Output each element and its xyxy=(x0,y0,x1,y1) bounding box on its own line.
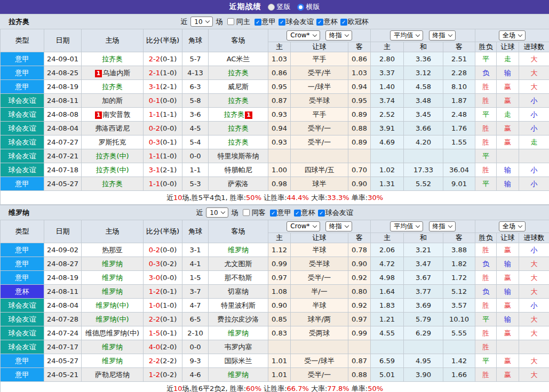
title-bar: 近期战绩 竖版 横版 xyxy=(0,0,549,14)
scope-group-header: 全场 xyxy=(475,220,549,233)
away-team-name[interactable]: 特里波利斯 xyxy=(221,301,256,309)
away-team-name[interactable]: 切塞纳 xyxy=(228,287,249,295)
away-team-name[interactable]: 拉齐奥 xyxy=(228,97,249,105)
home-team-name[interactable]: 罗斯托克 xyxy=(99,138,126,146)
odds-final-select[interactable]: 终指 xyxy=(325,221,352,231)
match-type-badge: 意甲 xyxy=(1,177,44,191)
league-checkbox-1-2[interactable]: ✓ xyxy=(318,210,325,217)
result-outcome: 胜 xyxy=(475,135,497,149)
matches-table-lazio: 类型 日期 主场 比分(半场) 角球 客场 Crow* 终指 平均值 终指 全场 xyxy=(0,29,549,205)
league-checkbox-1-1[interactable]: ✓ xyxy=(294,210,301,217)
sub-header-odds-away: 客 xyxy=(348,233,371,243)
home-team-name[interactable]: 南安普敦 xyxy=(102,110,130,118)
odds-company-select[interactable]: Crow* xyxy=(287,30,320,41)
away-team-cell: 拉齐奥 xyxy=(209,122,268,135)
away-team-cell: 那不勒斯 xyxy=(209,271,268,285)
away-team-name[interactable]: 维罗纳 xyxy=(228,371,249,379)
scope-select[interactable]: 全场 xyxy=(499,221,526,231)
home-team-name[interactable]: 维德思维罗纳(中) xyxy=(85,329,139,337)
away-team-name[interactable]: 拉齐奥 xyxy=(228,138,249,146)
scope-value: 全场 xyxy=(503,222,515,231)
score-cell: 2-2(0-1) xyxy=(144,313,182,326)
home-team-name[interactable]: 维罗纳 xyxy=(102,343,123,351)
average-final-select[interactable]: 终指 xyxy=(429,221,456,231)
layout-radio-vertical[interactable]: 竖版 xyxy=(268,2,291,12)
average-final-select[interactable]: 终指 xyxy=(429,30,456,41)
home-team-name[interactable]: 热那亚 xyxy=(102,246,123,254)
home-team-cell: 维罗纳 xyxy=(82,257,144,271)
same-away-checkbox[interactable] xyxy=(243,209,250,216)
corner-score: 4-5 xyxy=(182,122,209,135)
home-team-name[interactable]: 弗洛西诺尼 xyxy=(95,124,130,132)
match-date: 24-08-11 xyxy=(44,94,82,108)
away-team-name[interactable]: 威尼斯 xyxy=(228,83,249,91)
average-select[interactable]: 平均值 xyxy=(390,221,423,231)
home-team-name[interactable]: 维罗纳(中) xyxy=(96,301,129,309)
away-team-name[interactable]: 尤文图斯 xyxy=(225,260,252,268)
away-team-name[interactable]: 拉齐奥 xyxy=(228,69,249,77)
home-team-name[interactable]: 维罗纳 xyxy=(102,287,123,295)
league-checkbox-0-1[interactable]: ✓ xyxy=(279,19,285,26)
home-team-name[interactable]: 拉齐奥(中) xyxy=(96,152,129,160)
home-team-name[interactable]: 拉齐奥(中) xyxy=(96,166,129,174)
scope-select[interactable]: 全场 xyxy=(499,30,526,41)
away-team-name[interactable]: 韦罗内塞 xyxy=(225,343,252,351)
home-team-name[interactable]: 维罗纳(中) xyxy=(96,315,129,323)
away-team-name[interactable]: 维罗纳 xyxy=(228,246,249,254)
home-team-name[interactable]: 拉齐奥 xyxy=(102,83,123,91)
result-handicap xyxy=(497,340,519,354)
away-team-name[interactable]: 拉齐奥 xyxy=(224,110,244,118)
radio-checked-icon[interactable] xyxy=(297,4,304,11)
away-team-name[interactable]: 萨索洛 xyxy=(228,180,249,188)
away-team-name[interactable]: 那不勒斯 xyxy=(225,274,252,282)
score-cell: 1-2(0-1) xyxy=(144,285,182,299)
home-team-name[interactable]: 维罗纳 xyxy=(102,274,123,282)
full-time-score: 1-0 xyxy=(149,301,160,309)
home-team-name[interactable]: 萨勒尼塔纳 xyxy=(95,371,130,379)
away-team-name[interactable]: AC米兰 xyxy=(227,55,250,63)
half-time-score: (0-1) xyxy=(160,315,177,323)
corner-score: 9-3 xyxy=(182,354,209,368)
league-checkbox-0-2[interactable]: ✓ xyxy=(316,19,323,26)
full-time-score: 1-1 xyxy=(149,110,160,118)
home-team-name[interactable]: 加的斯 xyxy=(102,97,123,105)
home-team-name[interactable]: 维罗纳 xyxy=(102,357,123,365)
away-team-name[interactable]: 维罗纳 xyxy=(228,329,249,337)
away-team-name[interactable]: 特腊帕尼 xyxy=(225,166,252,174)
home-team-name[interactable]: 拉齐奥 xyxy=(102,55,123,63)
layout-radio-horizontal[interactable]: 横版 xyxy=(297,2,320,12)
league-checkbox-0-0[interactable]: ✓ xyxy=(254,19,261,26)
match-type-badge: 球会友谊 xyxy=(1,313,44,326)
league-checkbox-0-3[interactable]: ✓ xyxy=(340,19,347,26)
odds-company-select[interactable]: Crow* xyxy=(287,221,320,231)
avg-draw-odds: 5.52 xyxy=(404,177,443,191)
away-team-name[interactable]: 费拉尔皮沙洛 xyxy=(218,315,259,323)
match-date: 24-05-21 xyxy=(44,368,82,382)
home-team-name[interactable]: 拉齐奥 xyxy=(102,180,123,188)
away-team-name[interactable]: 特里埃斯蒂纳 xyxy=(218,152,259,160)
away-team-cell: 拉齐奥 xyxy=(209,135,268,149)
home-team-name[interactable]: 乌迪内斯 xyxy=(102,69,130,77)
away-team-name[interactable]: 国际米兰 xyxy=(225,357,252,365)
match-date: 24-08-25 xyxy=(44,66,82,80)
avg-draw-odds: 17.33 xyxy=(404,163,443,177)
home-team-name[interactable]: 维罗纳 xyxy=(102,260,123,268)
average-select[interactable]: 平均值 xyxy=(390,30,423,41)
radio-unchecked-icon[interactable] xyxy=(268,4,275,11)
avg-away-odds xyxy=(443,149,475,163)
same-home-checkbox[interactable] xyxy=(227,18,234,25)
away-team-name[interactable]: 拉齐奥 xyxy=(228,124,249,132)
away-team-cell: 维罗纳 xyxy=(209,368,268,382)
match-type-badge: 意甲 xyxy=(1,52,44,66)
avg-home-odds: 5.01 xyxy=(371,368,404,382)
full-time-score: 3-0 xyxy=(149,274,160,282)
recent-count-select[interactable]: 10 xyxy=(206,207,228,218)
full-time-score: 2-2 xyxy=(149,55,160,63)
odds-final-select[interactable]: 终指 xyxy=(325,30,352,41)
avg-away-odds: 1.55 xyxy=(443,135,475,149)
league-checkbox-1-0[interactable]: ✓ xyxy=(270,210,277,217)
radio-horizontal-label: 横版 xyxy=(306,2,320,12)
home-team-cell: 维罗纳 xyxy=(82,271,144,285)
result-goals: 大 xyxy=(519,52,549,66)
recent-count-select[interactable]: 10 xyxy=(190,17,212,27)
